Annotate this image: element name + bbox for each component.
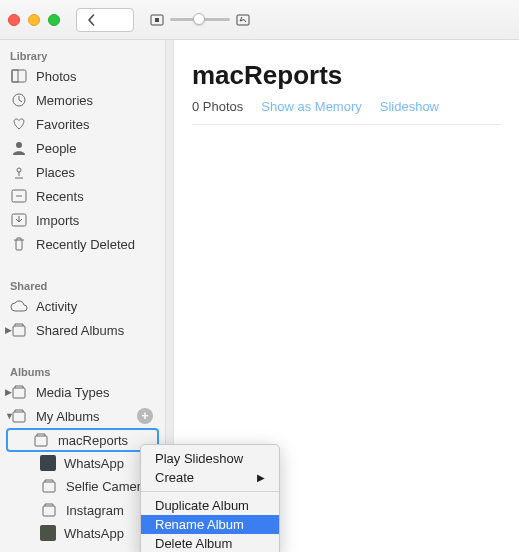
sidebar-item-label: Favorites — [36, 117, 155, 132]
cloud-icon — [10, 297, 28, 315]
sidebar-item-label: Photos — [36, 69, 155, 84]
sidebar-item-people[interactable]: People — [0, 136, 165, 160]
menu-item-label: Duplicate Album — [155, 498, 249, 513]
submenu-arrow-icon: ▶ — [257, 472, 265, 483]
sidebar-item-macreports[interactable]: macReports — [6, 428, 159, 452]
sidebar-item-label: People — [36, 141, 155, 156]
titlebar — [0, 0, 519, 40]
sidebar-item-label: Imports — [36, 213, 155, 228]
svg-rect-12 — [13, 412, 25, 422]
imports-icon — [10, 211, 28, 229]
nav-back-forward — [76, 8, 134, 32]
fullscreen-window-button[interactable] — [48, 14, 60, 26]
sidebar-item-label: Memories — [36, 93, 155, 108]
menu-item-label: Rename Album — [155, 517, 244, 532]
sidebar-item-label: Recents — [36, 189, 155, 204]
minimize-window-button[interactable] — [28, 14, 40, 26]
sidebar-item-label: Media Types — [36, 385, 155, 400]
library-section-header: Library — [0, 44, 165, 64]
media-types-icon — [10, 383, 28, 401]
sidebar-item-photos[interactable]: Photos — [0, 64, 165, 88]
menu-item-play-slideshow[interactable]: Play Slideshow — [141, 449, 279, 468]
photo-count: 0 Photos — [192, 99, 243, 114]
svg-rect-15 — [43, 506, 55, 516]
show-as-memory-link[interactable]: Show as Memory — [261, 99, 361, 114]
sidebar-item-media-types[interactable]: ▶ Media Types — [0, 380, 165, 404]
svg-rect-11 — [13, 388, 25, 398]
album-thumbnail — [40, 525, 56, 541]
sidebar-item-shared-albums[interactable]: ▶ Shared Albums — [0, 318, 165, 342]
svg-rect-14 — [43, 482, 55, 492]
sidebar-item-activity[interactable]: Activity — [0, 294, 165, 318]
places-icon — [10, 163, 28, 181]
svg-rect-4 — [12, 70, 18, 82]
menu-item-duplicate-album[interactable]: Duplicate Album — [141, 496, 279, 515]
disclosure-triangle-icon[interactable]: ▶ — [5, 387, 12, 397]
disclosure-triangle-icon[interactable]: ▼ — [5, 411, 14, 421]
sidebar-item-my-albums[interactable]: ▼ My Albums + — [0, 404, 165, 428]
album-title: macReports — [192, 60, 501, 91]
memories-icon — [10, 91, 28, 109]
sidebar-item-label: Shared Albums — [36, 323, 155, 338]
close-window-button[interactable] — [8, 14, 20, 26]
menu-separator — [141, 491, 279, 492]
albums-section-header: Albums — [0, 360, 165, 380]
disclosure-triangle-icon[interactable]: ▶ — [5, 325, 12, 335]
zoom-large-icon — [236, 14, 250, 26]
svg-rect-3 — [12, 70, 26, 82]
menu-item-label: Delete Album — [155, 536, 232, 551]
trash-icon — [10, 235, 28, 253]
menu-item-rename-album[interactable]: Rename Album — [141, 515, 279, 534]
sidebar-item-recents[interactable]: Recents — [0, 184, 165, 208]
zoom-slider-thumb[interactable] — [193, 13, 205, 25]
zoom-slider-group — [150, 14, 250, 26]
context-menu: Play Slideshow Create ▶ Duplicate Album … — [140, 444, 280, 552]
svg-rect-13 — [35, 436, 47, 446]
slideshow-link[interactable]: Slideshow — [380, 99, 439, 114]
nav-back-button[interactable] — [77, 9, 105, 31]
album-thumbnail — [40, 455, 56, 471]
sidebar-item-favorites[interactable]: Favorites — [0, 112, 165, 136]
zoom-small-icon — [150, 14, 164, 26]
svg-point-6 — [16, 142, 22, 148]
svg-point-7 — [17, 168, 21, 172]
recents-icon — [10, 187, 28, 205]
album-icon — [40, 501, 58, 519]
menu-item-create[interactable]: Create ▶ — [141, 468, 279, 487]
zoom-slider[interactable] — [170, 18, 230, 21]
sidebar-item-memories[interactable]: Memories — [0, 88, 165, 112]
sidebar-item-label: macReports — [58, 433, 147, 448]
shared-albums-icon — [10, 321, 28, 339]
menu-item-delete-album[interactable]: Delete Album — [141, 534, 279, 552]
album-subbar: 0 Photos Show as Memory Slideshow — [192, 99, 501, 125]
sidebar-item-imports[interactable]: Imports — [0, 208, 165, 232]
add-album-button[interactable]: + — [137, 408, 153, 424]
menu-item-label: Play Slideshow — [155, 451, 243, 466]
album-icon — [32, 431, 50, 449]
svg-rect-1 — [155, 18, 159, 22]
heart-icon — [10, 115, 28, 133]
sidebar-item-label: Recently Deleted — [36, 237, 155, 252]
photos-icon — [10, 67, 28, 85]
sidebar-item-label: My Albums — [36, 409, 129, 424]
sidebar-item-label: Places — [36, 165, 155, 180]
traffic-lights — [8, 14, 60, 26]
shared-section-header: Shared — [0, 274, 165, 294]
menu-item-label: Create — [155, 470, 194, 485]
person-icon — [10, 139, 28, 157]
sidebar-item-places[interactable]: Places — [0, 160, 165, 184]
sidebar-item-label: Activity — [36, 299, 155, 314]
sidebar-item-recently-deleted[interactable]: Recently Deleted — [0, 232, 165, 256]
svg-rect-10 — [13, 326, 25, 336]
album-icon — [40, 477, 58, 495]
